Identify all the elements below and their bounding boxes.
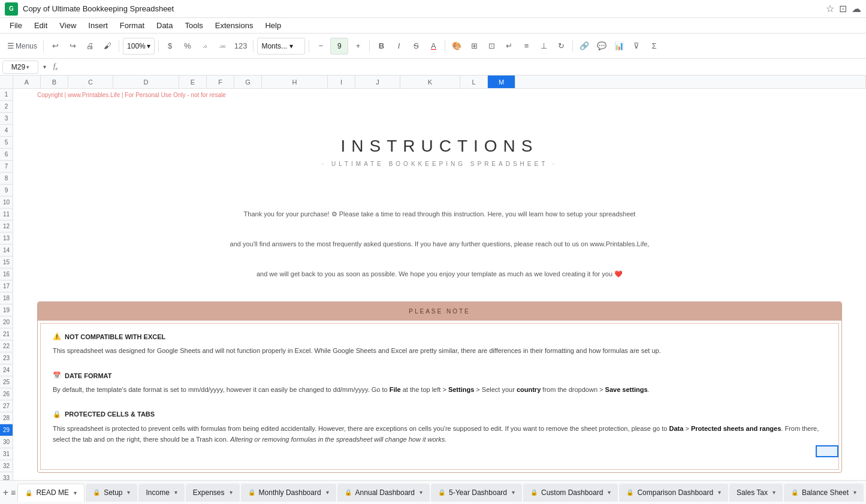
bold-button[interactable]: B	[373, 38, 389, 55]
tab-expenses-label: Expenses	[193, 488, 225, 497]
spreadsheet-area: A B C D E F G H I J K L M 1 2 3 4 5 6 7 …	[0, 76, 866, 480]
sheets-menu-button[interactable]: ≡	[10, 485, 17, 500]
tab-expenses[interactable]: Expenses ▾	[186, 484, 240, 502]
tab-annual-label: Annual Dashboard	[355, 488, 415, 497]
undo-button[interactable]: ↩	[47, 38, 63, 55]
font-size-box[interactable]: 9	[330, 38, 348, 55]
row-22: 22	[0, 340, 13, 352]
comment-button[interactable]: 💬	[594, 38, 609, 55]
zoom-chevron: ▾	[147, 42, 150, 50]
zoom-control[interactable]: 100% ▾	[123, 38, 155, 55]
please-note-body: ⚠️ NOT COMPATIBLE WITH EXCEL This spread…	[40, 323, 839, 470]
selected-cell-indicator-area	[53, 445, 826, 457]
copyright-row: Copyright | www.Printables.Life | For Pe…	[37, 95, 842, 107]
row-7: 7	[0, 161, 13, 173]
protected-cells-text: This spreadsheet is protected to prevent…	[53, 423, 826, 445]
col-header-M[interactable]: M	[488, 76, 515, 88]
increase-font-button[interactable]: +	[350, 38, 366, 55]
more-formats-button[interactable]: 123	[232, 38, 250, 55]
tab-custom-chevron: ▾	[608, 489, 611, 496]
tab-sales-tax[interactable]: Sales Tax ▾	[729, 484, 783, 502]
col-header-E[interactable]: E	[179, 76, 207, 88]
menu-tools[interactable]: Tools	[180, 20, 207, 31]
col-header-I[interactable]: I	[328, 76, 355, 88]
valign-button[interactable]: ⊥	[536, 38, 551, 55]
separator-4	[253, 40, 254, 52]
tab-income[interactable]: Income ▾	[138, 484, 184, 502]
row-20: 20	[0, 316, 13, 328]
formula-input[interactable]	[62, 61, 864, 74]
col-header-J[interactable]: J	[355, 76, 400, 88]
fill-color-button[interactable]: 🎨	[449, 38, 464, 55]
welcome-line-1: Thank you for your purchase! ⚙ Please ta…	[244, 209, 636, 221]
tab-setup[interactable]: 🔒 Setup ▾	[86, 484, 137, 502]
protected-cells-title: 🔒 PROTECTED CELLS & TABS	[53, 411, 826, 418]
tab-monthly-dashboard[interactable]: 🔒 Monthly Dashboard ▾	[241, 484, 336, 502]
row-23: 23	[0, 352, 13, 364]
currency-button[interactable]: $	[162, 38, 178, 55]
align-button[interactable]: ≡	[518, 38, 534, 55]
italic-button[interactable]: I	[391, 38, 406, 55]
formula-expand-icon[interactable]: ▾	[41, 64, 49, 70]
tab-read-me[interactable]: 🔒 READ ME ▾	[17, 484, 85, 502]
tab-5year-dashboard[interactable]: 🔒 5-Year Dashboard ▾	[431, 484, 522, 502]
spacer-rows-6-7	[37, 185, 842, 209]
add-sheet-button[interactable]: +	[2, 485, 9, 500]
col-header-L[interactable]: L	[460, 76, 488, 88]
main-content-area[interactable]: Copyright | www.Printables.Life | For Pe…	[13, 89, 866, 480]
cloud-icon[interactable]: ☁	[852, 3, 861, 14]
tab-balance-sheet[interactable]: 🔒 Balance Sheet ▾	[784, 484, 864, 502]
link-button[interactable]: 🔗	[577, 38, 592, 55]
col-header-B[interactable]: B	[41, 76, 68, 88]
col-header-D[interactable]: D	[113, 76, 179, 88]
col-header-C[interactable]: C	[68, 76, 113, 88]
menu-extensions[interactable]: Extensions	[210, 20, 258, 31]
menus-button[interactable]: ☰ Menus	[5, 38, 40, 55]
separator-8	[572, 40, 573, 52]
col-header-F[interactable]: F	[207, 76, 234, 88]
spreadsheet-title: Copy of Ultimate Bookkeeping Spreadsheet	[23, 4, 826, 13]
menu-insert[interactable]: Insert	[83, 20, 113, 31]
row-14: 14	[0, 245, 13, 256]
merge-cells-button[interactable]: ⊡	[484, 38, 499, 55]
menu-file[interactable]: File	[5, 20, 27, 31]
decrease-decimal-button[interactable]: .₀	[197, 38, 213, 55]
increase-decimal-button[interactable]: .₀₀	[215, 38, 230, 55]
col-header-G[interactable]: G	[234, 76, 262, 88]
cell-reference[interactable]: M29 ▾	[2, 61, 38, 74]
rotation-button[interactable]: ↻	[553, 38, 569, 55]
paint-format-button[interactable]: 🖌	[99, 38, 115, 55]
tab-balance-label: Balance Sheet	[802, 488, 849, 497]
col-header-A[interactable]: A	[13, 76, 41, 88]
col-header-H[interactable]: H	[262, 76, 328, 88]
col-header-K[interactable]: K	[400, 76, 460, 88]
copyright-text: Copyright | www.Printables.Life | For Pe…	[37, 92, 226, 98]
functions-button[interactable]: Σ	[646, 38, 662, 55]
not-compatible-label: NOT COMPATIBLE WITH EXCEL	[65, 333, 165, 340]
menu-edit[interactable]: Edit	[29, 20, 52, 31]
percent-button[interactable]: %	[180, 38, 195, 55]
selected-cell-M29	[816, 445, 838, 457]
menu-data[interactable]: Data	[152, 20, 177, 31]
redo-button[interactable]: ↪	[65, 38, 80, 55]
print-button[interactable]: 🖨	[82, 38, 98, 55]
menu-view[interactable]: View	[55, 20, 81, 31]
drive-icon[interactable]: ⊡	[839, 3, 847, 14]
menu-format[interactable]: Format	[115, 20, 149, 31]
star-icon[interactable]: ☆	[826, 3, 834, 14]
menu-help[interactable]: Help	[260, 20, 286, 31]
filter-button[interactable]: ⊽	[629, 38, 644, 55]
wrap-text-button[interactable]: ↵	[501, 38, 517, 55]
decrease-font-button[interactable]: −	[313, 38, 328, 55]
tab-custom-dashboard[interactable]: 🔒 Custom Dashboard ▾	[523, 484, 618, 502]
chart-button[interactable]: 📊	[611, 38, 627, 55]
not-compatible-text: This spreadsheet was designed for Google…	[53, 345, 826, 357]
row-30: 30	[0, 436, 13, 448]
font-selector[interactable]: Monts... ▾	[257, 38, 305, 55]
borders-button[interactable]: ⊞	[466, 38, 482, 55]
tab-comparison-dashboard[interactable]: 🔒 Comparison Dashboard ▾	[619, 484, 728, 502]
corner-cell	[0, 76, 13, 89]
text-color-button[interactable]: A	[426, 38, 441, 55]
tab-annual-dashboard[interactable]: 🔒 Annual Dashboard ▾	[337, 484, 430, 502]
strikethrough-button[interactable]: S	[408, 38, 424, 55]
